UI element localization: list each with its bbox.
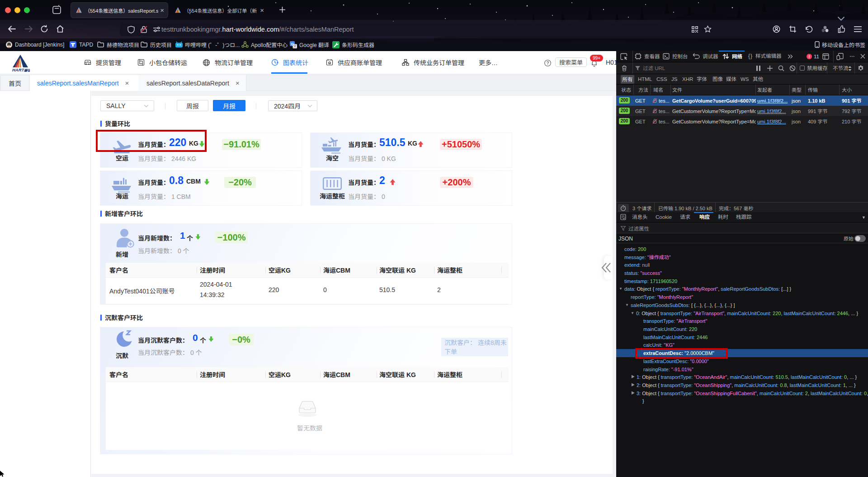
svg-text:文: 文 — [293, 44, 297, 48]
svg-text:HART赫德: HART赫德 — [12, 67, 30, 72]
